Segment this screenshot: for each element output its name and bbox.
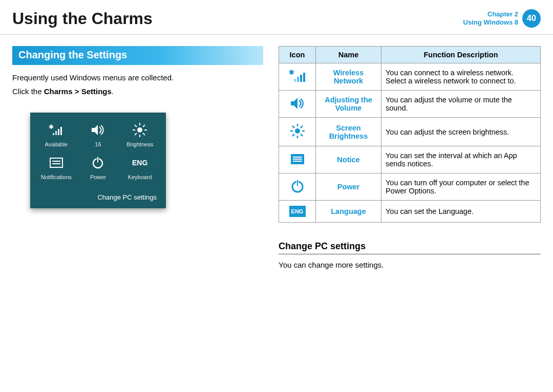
svg-marker-25 [291,98,297,109]
left-column: Changing the Settings Frequently used Wi… [12,46,263,273]
table-row: ✱ Wireless Network You can connect to a … [279,63,541,91]
svg-line-11 [135,125,137,127]
svg-line-12 [143,133,145,135]
notice-icon [290,153,305,165]
settings-panel: ✱ Available [30,113,166,208]
cell-icon-power [279,173,316,201]
cell-name-power: Power [316,173,381,201]
cell-desc-language: You can set the Language. [381,201,541,223]
svg-marker-5 [92,125,98,135]
svg-line-31 [292,126,294,128]
svg-rect-1 [53,133,54,135]
eng-badge: ENG [289,206,306,217]
chapter-line-2: Using Windows 8 [463,18,519,27]
intro-prefix: Click the [12,87,44,96]
header-right: Chapter 2 Using Windows 8 40 [463,9,541,28]
sub-heading-change-pc: Change PC settings [279,241,541,254]
th-desc: Function Description [381,47,541,63]
svg-line-34 [292,134,294,136]
svg-rect-3 [58,129,59,135]
cell-icon-volume [279,91,316,118]
panel-label-notifications: Notifications [41,174,72,180]
volume-icon [90,122,106,138]
wifi-icon: ✱ [48,122,65,138]
th-icon: Icon [279,47,316,63]
wifi-icon: ✱ [289,70,306,83]
panel-label-brightness: Brightness [126,141,153,147]
svg-rect-40 [296,180,298,186]
brightness-icon [132,122,148,138]
cell-name-notice: Notice [316,146,381,173]
th-name: Name [316,47,381,63]
right-column: Icon Name Function Description ✱ [279,46,541,273]
cell-icon-brightness [279,118,316,146]
panel-item-notifications[interactable]: Notifications [35,155,77,180]
cell-icon-wireless: ✱ [279,63,316,91]
function-table: Icon Name Function Description ✱ [279,46,541,223]
eng-label-white: ENG [132,156,148,169]
section-heading: Changing the Settings [12,46,263,65]
svg-rect-23 [300,75,302,82]
table-row: Notice You can set the interval at which… [279,146,541,173]
table-row: Power You can turn off your computer or … [279,173,541,201]
cell-desc-wireless: You can connect to a wireless network. S… [381,63,541,91]
panel-item-power[interactable]: Power [77,155,119,180]
svg-rect-21 [294,79,296,82]
page-header: Using the Charms Chapter 2 Using Windows… [0,0,553,35]
intro-suffix: . [112,87,114,96]
svg-point-6 [137,127,142,133]
table-row: ENG Language You can set the Language. [279,201,541,223]
page-number-badge: 40 [522,9,541,28]
cell-desc-notice: You can set the interval at which an App… [381,146,541,173]
svg-line-13 [143,125,145,127]
panel-item-brightness[interactable]: Brightness [119,122,161,147]
svg-rect-2 [55,131,57,135]
panel-item-available[interactable]: ✱ Available [35,122,77,147]
table-header-row: Icon Name Function Description [279,47,541,63]
page-title: Using the Charms [12,9,153,28]
panel-label-keyboard: Keyboard [128,174,152,180]
power-icon [290,179,305,193]
svg-line-33 [301,126,303,128]
svg-rect-19 [97,157,99,163]
sub-text: You can change more settings. [279,259,541,271]
panel-label-volume: 16 [95,141,101,147]
cell-name-volume: Adjusting the Volume [316,91,381,118]
svg-line-32 [301,134,303,136]
svg-rect-4 [60,127,62,135]
chapter-line-1: Chapter 2 [463,10,519,18]
cell-name-language: Language [316,201,381,223]
keyboard-icon: ENG [132,155,148,171]
content-area: Changing the Settings Frequently used Wi… [0,35,553,285]
cell-desc-brightness: You can adjust the screen brightness. [381,118,541,146]
table-row: Adjusting the Volume You can adjust the … [279,91,541,118]
power-icon [90,155,106,171]
svg-text:✱: ✱ [289,70,294,76]
panel-item-volume[interactable]: 16 [77,122,119,147]
cell-desc-volume: You can adjust the volume or mute the so… [381,91,541,118]
cell-icon-notice [279,146,316,173]
cell-desc-power: You can turn off your computer or select… [381,173,541,201]
cell-name-wireless: Wireless Network [316,63,381,91]
chapter-info: Chapter 2 Using Windows 8 [463,10,519,26]
intro-line-1: Frequently used Windows menus are collec… [12,72,263,84]
change-pc-settings-link[interactable]: Change PC settings [35,193,161,201]
notifications-icon [48,155,65,171]
panel-grid: ✱ Available [35,122,161,180]
svg-point-26 [295,128,300,134]
cell-icon-language: ENG [279,201,316,223]
brightness-icon [289,123,306,139]
svg-line-14 [135,133,137,135]
panel-item-keyboard[interactable]: ENG Keyboard [119,155,161,180]
panel-label-available: Available [45,141,68,147]
table-row: Screen Brightness You can adjust the scr… [279,118,541,146]
volume-icon [290,96,305,111]
svg-text:✱: ✱ [49,124,54,130]
cell-name-brightness: Screen Brightness [316,118,381,146]
panel-label-power: Power [90,174,106,180]
intro-line-2: Click the Charms > Settings. [12,86,263,98]
intro-bold: Charms > Settings [44,87,112,96]
svg-rect-15 [50,158,62,167]
svg-rect-24 [303,73,305,82]
svg-rect-22 [297,77,299,82]
